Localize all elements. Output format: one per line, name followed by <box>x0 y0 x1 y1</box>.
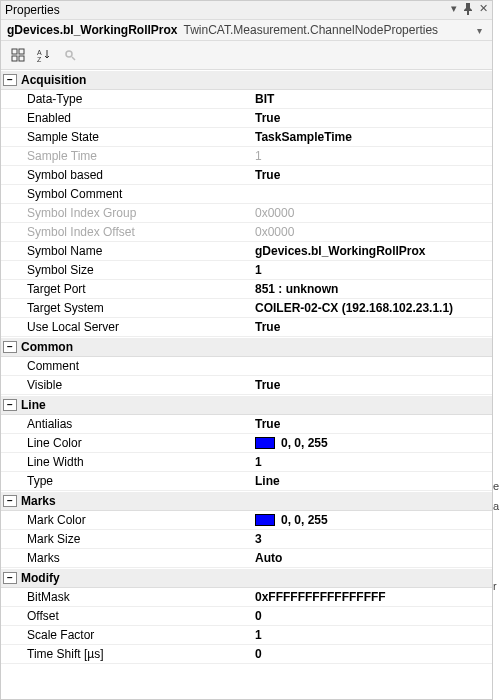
property-row[interactable]: Symbol NamegDevices.bI_WorkingRollProx <box>1 242 492 261</box>
property-row[interactable]: BitMask0xFFFFFFFFFFFFFFFF <box>1 588 492 607</box>
pin-icon[interactable] <box>463 3 473 17</box>
property-row[interactable]: VisibleTrue <box>1 376 492 395</box>
property-value[interactable]: True <box>251 378 492 392</box>
property-row[interactable]: MarksAuto <box>1 549 492 568</box>
category-header[interactable]: −Modify <box>1 568 492 588</box>
property-row[interactable]: Use Local ServerTrue <box>1 318 492 337</box>
collapse-icon[interactable]: − <box>3 341 17 353</box>
property-row[interactable]: Offset0 <box>1 607 492 626</box>
chevron-down-icon[interactable]: ▾ <box>473 25 486 36</box>
category-header[interactable]: −Marks <box>1 491 492 511</box>
property-row[interactable]: Symbol Index Offset0x0000 <box>1 223 492 242</box>
category-label: Marks <box>21 494 56 508</box>
property-value-text: TaskSampleTime <box>255 130 352 144</box>
property-row[interactable]: Symbol Index Group0x0000 <box>1 204 492 223</box>
property-row[interactable]: Line Color0, 0, 255 <box>1 434 492 453</box>
property-value-text: True <box>255 320 280 334</box>
property-value[interactable]: gDevices.bI_WorkingRollProx <box>251 244 492 258</box>
property-row[interactable]: Line Width1 <box>1 453 492 472</box>
object-selector[interactable]: gDevices.bI_WorkingRollProx TwinCAT.Meas… <box>1 20 492 41</box>
property-value[interactable]: True <box>251 417 492 431</box>
property-label: Mark Color <box>1 513 251 527</box>
property-row[interactable]: Scale Factor1 <box>1 626 492 645</box>
property-label: Marks <box>1 551 251 565</box>
property-value[interactable]: 0, 0, 255 <box>251 513 492 527</box>
collapse-icon[interactable]: − <box>3 572 17 584</box>
property-label: Comment <box>1 359 251 373</box>
property-label: Symbol Index Offset <box>1 225 251 239</box>
property-row[interactable]: Symbol Comment <box>1 185 492 204</box>
categorized-button[interactable] <box>7 45 29 65</box>
property-value[interactable]: 1 <box>251 149 492 163</box>
property-pages-button[interactable] <box>59 45 81 65</box>
svg-rect-1 <box>19 49 24 54</box>
color-swatch <box>255 437 275 449</box>
property-row[interactable]: Mark Color0, 0, 255 <box>1 511 492 530</box>
property-label: Data-Type <box>1 92 251 106</box>
dropdown-icon[interactable]: ▾ <box>451 3 457 17</box>
object-name: gDevices.bI_WorkingRollProx <box>7 23 178 37</box>
property-value[interactable]: Auto <box>251 551 492 565</box>
property-row[interactable]: Target SystemCOILER-02-CX (192.168.102.2… <box>1 299 492 318</box>
property-value-text: 0, 0, 255 <box>281 513 328 527</box>
property-row[interactable]: TypeLine <box>1 472 492 491</box>
property-row[interactable]: Time Shift [µs]0 <box>1 645 492 664</box>
property-row[interactable]: Sample Time1 <box>1 147 492 166</box>
property-value[interactable]: 0xFFFFFFFFFFFFFFFF <box>251 590 492 604</box>
svg-rect-0 <box>12 49 17 54</box>
close-icon[interactable]: ✕ <box>479 3 488 17</box>
property-label: Sample Time <box>1 149 251 163</box>
property-row[interactable]: Mark Size3 <box>1 530 492 549</box>
object-type: TwinCAT.Measurement.ChannelNodePropertie… <box>184 23 474 37</box>
property-value[interactable]: 3 <box>251 532 492 546</box>
property-value[interactable]: 0x0000 <box>251 206 492 220</box>
collapse-icon[interactable]: − <box>3 495 17 507</box>
property-row[interactable]: Symbol Size1 <box>1 261 492 280</box>
property-value[interactable]: 851 : unknown <box>251 282 492 296</box>
property-label: Type <box>1 474 251 488</box>
category-header[interactable]: −Acquisition <box>1 70 492 90</box>
property-label: Time Shift [µs] <box>1 647 251 661</box>
property-row[interactable]: EnabledTrue <box>1 109 492 128</box>
property-grid: −AcquisitionData-TypeBITEnabledTrueSampl… <box>1 70 492 699</box>
property-value[interactable]: True <box>251 111 492 125</box>
property-row[interactable]: Data-TypeBIT <box>1 90 492 109</box>
property-value-text: 0 <box>255 647 262 661</box>
property-value[interactable]: TaskSampleTime <box>251 130 492 144</box>
property-row[interactable]: Sample StateTaskSampleTime <box>1 128 492 147</box>
property-label: Antialias <box>1 417 251 431</box>
property-value[interactable]: BIT <box>251 92 492 106</box>
property-value[interactable]: 1 <box>251 263 492 277</box>
property-value[interactable]: 0, 0, 255 <box>251 436 492 450</box>
property-value-text: 851 : unknown <box>255 282 338 296</box>
collapse-icon[interactable]: − <box>3 74 17 86</box>
property-row[interactable]: Target Port851 : unknown <box>1 280 492 299</box>
alphabetical-button[interactable]: AZ <box>33 45 55 65</box>
property-value-text: 0x0000 <box>255 206 294 220</box>
toolbar: AZ <box>1 41 492 70</box>
property-value[interactable]: COILER-02-CX (192.168.102.23.1.1) <box>251 301 492 315</box>
category-header[interactable]: −Common <box>1 337 492 357</box>
properties-panel: Properties ▾ ✕ gDevices.bI_WorkingRollPr… <box>0 0 493 700</box>
collapse-icon[interactable]: − <box>3 399 17 411</box>
property-label: Symbol Index Group <box>1 206 251 220</box>
property-value-text: Auto <box>255 551 282 565</box>
property-value[interactable]: True <box>251 320 492 334</box>
property-value[interactable]: 0 <box>251 609 492 623</box>
property-value[interactable]: Line <box>251 474 492 488</box>
property-value[interactable]: 0x0000 <box>251 225 492 239</box>
property-row[interactable]: Comment <box>1 357 492 376</box>
category-header[interactable]: −Line <box>1 395 492 415</box>
property-value[interactable]: 1 <box>251 455 492 469</box>
property-value[interactable]: 0 <box>251 647 492 661</box>
property-value[interactable]: 1 <box>251 628 492 642</box>
property-value-text: 1 <box>255 455 262 469</box>
property-value-text: True <box>255 168 280 182</box>
panel-title: Properties <box>5 3 451 17</box>
property-row[interactable]: AntialiasTrue <box>1 415 492 434</box>
category-label: Line <box>21 398 46 412</box>
property-value-text: True <box>255 111 280 125</box>
titlebar: Properties ▾ ✕ <box>1 1 492 20</box>
property-value[interactable]: True <box>251 168 492 182</box>
property-row[interactable]: Symbol basedTrue <box>1 166 492 185</box>
